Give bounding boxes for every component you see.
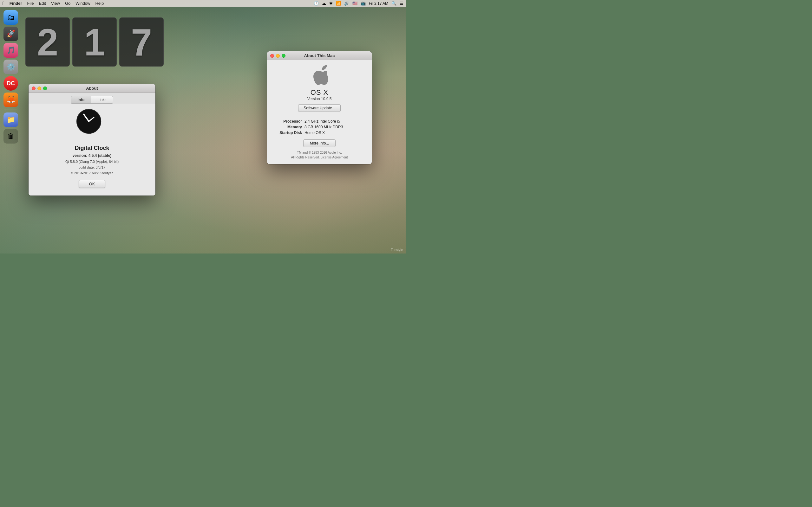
ok-button[interactable]: OK (79, 180, 106, 188)
mac-close-button[interactable] (270, 54, 274, 58)
tab-info[interactable]: Info (71, 96, 91, 104)
display-icon: 📺 (361, 1, 366, 6)
mac-maximize-button[interactable] (282, 54, 286, 58)
startup-disk-row: Startup Disk Home OS X (273, 130, 365, 135)
about-mac-content: OS X Version 10.9.5 Software Update... P… (267, 60, 372, 164)
processor-row: Processor 2.4 GHz Intel Core i5 (273, 119, 365, 124)
dc-icon: DC (7, 80, 15, 87)
dock-item-documents[interactable]: 📁 (3, 112, 18, 127)
dock-item-finder[interactable]: 🗂 (3, 10, 18, 25)
memory-label: Memory (273, 125, 302, 129)
flag-icon: 🇺🇸 (352, 1, 357, 6)
menubar-help[interactable]: Help (95, 1, 104, 6)
watermark: Funstyle (391, 248, 403, 251)
app-copyright: © 2013-2017 Nick Korotysh (71, 171, 113, 175)
documents-icon: 📁 (7, 116, 15, 124)
menubar-finder[interactable]: Finder (9, 1, 22, 6)
about-mac-title: About This Mac (304, 53, 335, 58)
startup-disk-value: Home OS X (305, 130, 325, 135)
apple-menu[interactable]:  (3, 1, 4, 6)
clock-status-icon: 🕐 (314, 1, 319, 6)
app-version: version: 4.5.4 (stable) (72, 153, 112, 158)
about-mac-dialog: About This Mac OS X Version 10.9.5 Softw… (267, 51, 372, 164)
about-dialog-tabs: Info Links (29, 93, 155, 104)
close-button[interactable] (32, 87, 36, 90)
maximize-button[interactable] (43, 87, 47, 90)
footer-line2: All Rights Reserved. License Agreement (291, 155, 348, 160)
mac-info-table: Processor 2.4 GHz Intel Core i5 Memory 8… (273, 116, 365, 136)
dock-item-system-prefs[interactable]: ⚙️ (3, 60, 18, 74)
clock-hour-tens: 2 (26, 17, 70, 66)
dock-item-itunes[interactable]: 🎵 (3, 43, 18, 58)
software-update-button[interactable]: Software Update... (298, 104, 340, 112)
dropbox-icon: ☁ (322, 1, 326, 6)
processor-label: Processor (273, 119, 302, 124)
menubar-edit[interactable]: Edit (39, 1, 46, 6)
finder-icon: 🗂 (7, 13, 14, 22)
app-build-info: Qt 5.8.0 (Clang 7.0 (Apple), 64 bit) (65, 160, 119, 164)
footer-line1: TM and © 1983-2016 Apple Inc. (291, 150, 348, 155)
clock-app-icon (76, 109, 108, 140)
traffic-lights (32, 87, 47, 90)
menubar:  Finder File Edit View Go Window Help 🕐… (0, 0, 406, 7)
clock-widget: 2 1 7 (26, 17, 164, 66)
dock-separator (4, 110, 17, 110)
startup-disk-label: Startup Disk (273, 130, 302, 135)
datetime-display: Fri 2:17 AM (369, 1, 388, 6)
firefox-icon: 🦊 (7, 96, 15, 104)
mac-traffic-lights (270, 54, 286, 58)
apple-logo-large (311, 65, 328, 87)
trash-icon: 🗑 (7, 132, 14, 140)
memory-value: 8 GB 1600 MHz DDR3 (305, 125, 343, 129)
launchpad-icon: 🚀 (7, 30, 15, 38)
clock-minute-tens: 7 (119, 17, 164, 66)
about-dialog: About Info Links Digital Clock version: … (29, 84, 155, 195)
about-dialog-titlebar: About (29, 84, 155, 93)
menubar-file[interactable]: File (27, 1, 34, 6)
dock-item-launchpad[interactable]: 🚀 (3, 26, 18, 41)
about-dialog-content: Digital Clock version: 4.5.4 (stable) Qt… (29, 104, 155, 195)
tab-links[interactable]: Links (91, 96, 113, 104)
system-prefs-icon: ⚙️ (7, 63, 15, 71)
list-icon[interactable]: ☰ (400, 1, 403, 6)
about-mac-titlebar: About This Mac (267, 51, 372, 60)
clock-face-svg (76, 109, 101, 134)
app-name: Digital Clock (74, 145, 109, 152)
os-version: Version 10.9.5 (307, 97, 332, 101)
mac-minimize-button[interactable] (276, 54, 280, 58)
wifi-icon: 📶 (336, 1, 341, 6)
menubar-window[interactable]: Window (75, 1, 90, 6)
menubar-view[interactable]: View (51, 1, 60, 6)
dock-item-firefox[interactable]: 🦊 (3, 93, 18, 107)
itunes-icon: 🎵 (7, 46, 15, 55)
app-build-date: build date: 3/8/17 (79, 165, 105, 169)
clock-hour-ones: 1 (72, 17, 117, 66)
processor-value: 2.4 GHz Intel Core i5 (305, 119, 340, 124)
svg-point-3 (88, 121, 90, 122)
bluetooth-icon: ✱ (329, 1, 333, 6)
dock: 🗂 🚀 🎵 ⚙️ DC 🦊 📁 🗑 (0, 7, 21, 253)
mac-footer: TM and © 1983-2016 Apple Inc. All Rights… (291, 150, 348, 160)
dock-item-dc[interactable]: DC (3, 76, 18, 91)
volume-icon: 🔊 (344, 1, 349, 6)
memory-row: Memory 8 GB 1600 MHz DDR3 (273, 125, 365, 129)
os-name: OS X (310, 89, 328, 97)
minimize-button[interactable] (38, 87, 41, 90)
search-icon[interactable]: 🔍 (392, 1, 397, 6)
dock-item-trash[interactable]: 🗑 (3, 129, 18, 144)
more-info-button[interactable]: More Info... (303, 139, 336, 147)
menubar-go[interactable]: Go (65, 1, 70, 6)
about-dialog-title: About (86, 86, 98, 91)
